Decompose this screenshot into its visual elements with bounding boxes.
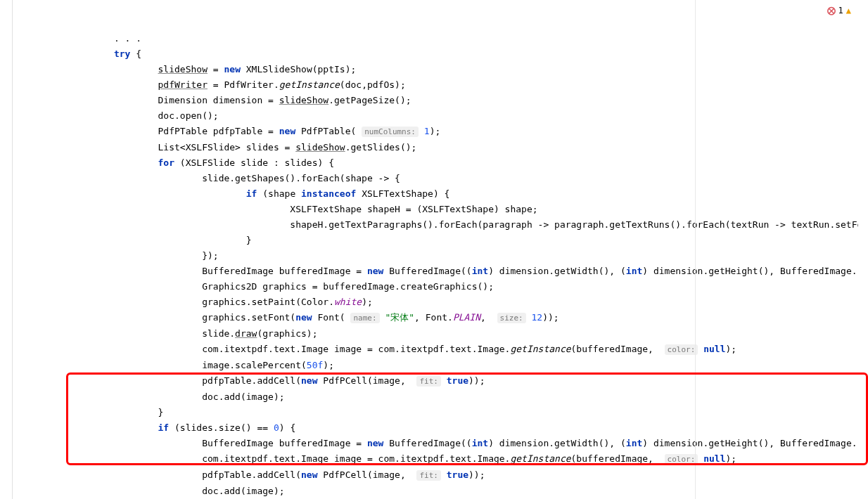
parameter-hint: color: xyxy=(665,344,698,355)
code-line[interactable]: graphics.setFont(new Font( name: "宋体", F… xyxy=(13,310,868,326)
parameter-hint: color: xyxy=(665,454,698,465)
code-line[interactable]: doc.add(image); xyxy=(13,389,868,405)
code-line[interactable]: if (shape instanceof XSLFTextShape) { xyxy=(13,186,868,202)
code-line[interactable]: slide.draw(graphics); xyxy=(13,326,868,342)
code-line[interactable]: try { xyxy=(13,46,868,62)
code-line[interactable]: slideShow = new XMLSlideShow(pptIs); xyxy=(13,62,868,77)
parameter-hint: name: xyxy=(350,313,379,323)
code-line[interactable]: . . . xyxy=(13,31,868,46)
code-line[interactable]: pdfpTable.addCell(new PdfPCell(image, fi… xyxy=(13,467,868,484)
code-line[interactable]: BufferedImage bufferedImage = new Buffer… xyxy=(13,436,868,451)
code-line[interactable]: Dimension dimension = slideShow.getPageS… xyxy=(13,93,868,108)
code-area[interactable]: . . . try { slideShow = new XMLSlideShow… xyxy=(13,0,868,499)
vertical-guide xyxy=(695,0,696,499)
code-line[interactable]: Graphics2D graphics = bufferedImage.crea… xyxy=(13,279,868,294)
parameter-hint: numColumns: xyxy=(362,127,419,137)
parameter-hint: fit: xyxy=(416,376,441,387)
code-line[interactable]: List<XSLFSlide> slides = slideShow.getSl… xyxy=(13,140,868,155)
code-line[interactable]: for (XSLFSlide slide : slides) { xyxy=(13,155,868,171)
parameter-hint: size: xyxy=(497,313,526,323)
code-line[interactable]: pdfWriter = PdfWriter.getInstance(doc,pd… xyxy=(13,77,868,93)
code-line[interactable]: doc.open(); xyxy=(13,108,868,124)
code-line[interactable]: image.scalePercent(50f); xyxy=(13,358,868,373)
code-line[interactable]: com.itextpdf.text.Image image = com.itex… xyxy=(13,342,868,358)
code-line[interactable]: shapeH.getTextParagraphs().forEach(parag… xyxy=(13,217,868,233)
code-line[interactable]: XSLFTextShape shapeH = (XSLFTextShape) s… xyxy=(13,202,868,217)
code-line[interactable]: pdfpTable.addCell(new PdfPCell(image, fi… xyxy=(13,373,868,389)
inspection-indicators[interactable]: ⨂ 1 ▲ xyxy=(827,3,851,18)
code-line[interactable]: com.itextpdf.text.Image image = com.itex… xyxy=(13,451,868,467)
editor-gutter xyxy=(0,0,13,499)
parameter-hint: fit: xyxy=(416,470,441,481)
error-stripe[interactable] xyxy=(858,0,868,499)
code-line[interactable]: }); xyxy=(13,248,868,264)
code-line[interactable]: BufferedImage bufferedImage = new Buffer… xyxy=(13,264,868,279)
code-line[interactable]: } xyxy=(13,233,868,248)
code-line[interactable]: PdfPTable pdfpTable = new PdfPTable( num… xyxy=(13,124,868,140)
code-line[interactable]: slide.getShapes().forEach(shape -> { xyxy=(13,171,868,186)
code-line[interactable]: } xyxy=(13,405,868,420)
warning-icon: ▲ xyxy=(846,3,851,18)
error-icon: ⨂ xyxy=(827,3,836,18)
code-editor[interactable]: . . . try { slideShow = new XMLSlideShow… xyxy=(0,0,868,499)
code-line[interactable]: graphics.setPaint(Color.white); xyxy=(13,294,868,310)
code-line[interactable]: doc.add(image); xyxy=(13,484,868,499)
code-line[interactable]: if (slides.size() == 0) { xyxy=(13,420,868,436)
error-count: 1 xyxy=(838,3,843,18)
